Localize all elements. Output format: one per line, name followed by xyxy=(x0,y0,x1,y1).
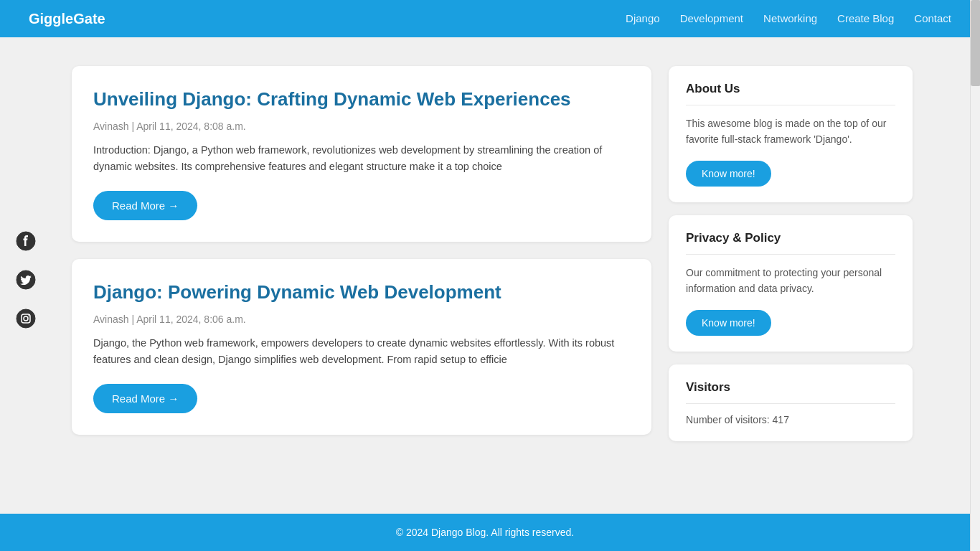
about-us-text: This awesome blog is made on the top of … xyxy=(686,116,895,148)
privacy-policy-widget: Privacy & Policy Our commitment to prote… xyxy=(669,215,913,352)
scrollbar-thumb[interactable] xyxy=(971,0,980,86)
footer-text: © 2024 Django Blog. All rights reserved. xyxy=(396,527,574,538)
footer: © 2024 Django Blog. All rights reserved. xyxy=(0,514,970,551)
visitors-widget: Visitors Number of visitors: 417 xyxy=(669,364,913,441)
about-us-title: About Us xyxy=(686,82,895,105)
navbar-links: Django Development Networking Create Blo… xyxy=(626,12,951,25)
instagram-icon[interactable] xyxy=(14,307,37,330)
nav-link-create-blog[interactable]: Create Blog xyxy=(837,12,894,24)
about-us-know-more-button[interactable]: Know more! xyxy=(686,161,771,187)
facebook-icon[interactable] xyxy=(14,230,37,253)
read-more-button-1[interactable]: Read More → xyxy=(93,191,197,220)
visitors-title: Visitors xyxy=(686,380,895,404)
read-more-button-2[interactable]: Read More → xyxy=(93,384,197,413)
nav-link-django[interactable]: Django xyxy=(626,12,660,24)
nav-link-networking[interactable]: Networking xyxy=(763,12,817,24)
social-sidebar xyxy=(14,230,37,330)
widgets-column: About Us This awesome blog is made on th… xyxy=(669,66,913,441)
about-us-widget: About Us This awesome blog is made on th… xyxy=(669,66,913,202)
scrollbar[interactable] xyxy=(970,0,980,551)
privacy-policy-title: Privacy & Policy xyxy=(686,231,895,255)
post-excerpt-1: Introduction: Django, a Python web frame… xyxy=(93,142,626,175)
posts-column: Unveiling Django: Crafting Dynamic Web E… xyxy=(72,66,651,441)
svg-point-5 xyxy=(28,315,29,316)
privacy-policy-text: Our commitment to protecting your person… xyxy=(686,265,895,297)
post-meta-1: Avinash | April 11, 2024, 8:08 a.m. xyxy=(93,121,626,132)
navbar: GiggleGate Django Development Networking… xyxy=(0,0,980,37)
post-card-2: Django: Powering Dynamic Web Development… xyxy=(72,259,651,435)
visitors-count: Number of visitors: 417 xyxy=(686,414,895,425)
post-excerpt-2: Django, the Python web framework, empowe… xyxy=(93,335,626,368)
navbar-brand[interactable]: GiggleGate xyxy=(29,11,105,27)
main-container: Unveiling Django: Crafting Dynamic Web E… xyxy=(0,37,970,470)
svg-point-2 xyxy=(17,309,35,328)
nav-link-development[interactable]: Development xyxy=(680,12,743,24)
post-title-1: Unveiling Django: Crafting Dynamic Web E… xyxy=(93,88,626,112)
nav-link-contact[interactable]: Contact xyxy=(914,12,951,24)
post-card-1: Unveiling Django: Crafting Dynamic Web E… xyxy=(72,66,651,242)
twitter-icon[interactable] xyxy=(14,268,37,291)
post-title-2: Django: Powering Dynamic Web Development xyxy=(93,281,626,305)
privacy-policy-know-more-button[interactable]: Know more! xyxy=(686,310,771,336)
post-meta-2: Avinash | April 11, 2024, 8:06 a.m. xyxy=(93,314,626,325)
